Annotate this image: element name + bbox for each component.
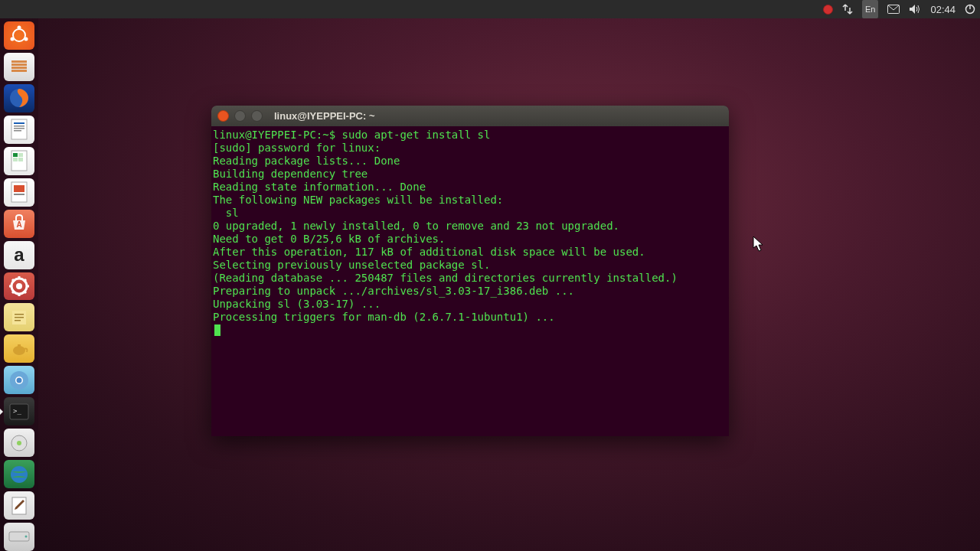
record-indicator[interactable] <box>823 0 833 18</box>
terminal-line: The following NEW packages will be insta… <box>211 194 729 207</box>
svg-point-43 <box>25 536 28 538</box>
terminal-titlebar[interactable]: linux@IYEPPEI-PC: ~ <box>211 106 729 126</box>
launcher-firefox[interactable] <box>4 84 34 112</box>
svg-point-39 <box>17 441 21 445</box>
window-maximize-button[interactable] <box>251 110 263 122</box>
svg-rect-14 <box>14 128 24 129</box>
svg-point-31 <box>13 346 25 355</box>
svg-point-3 <box>18 26 21 30</box>
svg-text:>_: >_ <box>13 407 21 415</box>
svg-rect-32 <box>18 344 21 347</box>
svg-point-2 <box>13 29 25 41</box>
terminal-line: Selecting previously unselected package … <box>211 259 729 272</box>
launcher-drive[interactable] <box>4 523 34 551</box>
svg-rect-7 <box>11 64 27 66</box>
launcher-software-center[interactable]: A <box>4 210 34 238</box>
terminal-line: (Reading database ... 250487 files and d… <box>211 272 729 285</box>
svg-rect-8 <box>11 67 27 69</box>
terminal-body[interactable]: linux@IYEPPEI-PC:~$ sudo apt-get install… <box>211 126 729 337</box>
launcher-web[interactable] <box>4 460 34 488</box>
svg-point-35 <box>17 377 22 383</box>
svg-point-40 <box>11 466 28 483</box>
terminal-line: Preparing to unpack .../archives/sl_3.03… <box>211 285 729 298</box>
svg-rect-22 <box>14 185 24 192</box>
svg-point-5 <box>24 37 28 41</box>
terminal-line: Reading package lists... Done <box>211 155 729 168</box>
svg-text:A: A <box>16 220 21 229</box>
terminal-line: Unpacking sl (3.03-17) ... <box>211 298 729 311</box>
svg-rect-11 <box>11 119 27 139</box>
launcher-calc[interactable] <box>4 147 34 175</box>
mouse-pointer-icon <box>753 236 765 253</box>
amazon-letter: a <box>14 244 24 266</box>
launcher-text-editor[interactable] <box>4 491 34 520</box>
svg-rect-13 <box>14 126 24 127</box>
svg-rect-29 <box>15 317 24 318</box>
launcher-notes[interactable] <box>4 303 34 331</box>
window-close-button[interactable] <box>217 110 229 122</box>
clock[interactable]: 02:44 <box>930 0 956 18</box>
svg-rect-28 <box>15 314 24 315</box>
svg-rect-23 <box>14 194 24 195</box>
terminal-window[interactable]: linux@IYEPPEI-PC: ~ linux@IYEPPEI-PC:~$ … <box>211 106 729 436</box>
svg-rect-30 <box>15 320 21 321</box>
launcher-terminal[interactable]: >_ <box>4 397 34 425</box>
svg-point-4 <box>11 37 15 41</box>
top-panel: En 02:44 <box>0 0 980 18</box>
terminal-line: Need to get 0 B/25,6 kB of archives. <box>211 233 729 246</box>
launcher-files[interactable] <box>4 53 34 81</box>
svg-rect-18 <box>18 153 23 157</box>
terminal-cursor <box>214 324 220 336</box>
terminal-line: Processing triggers for man-db (2.6.7.1-… <box>211 311 729 324</box>
launcher-teapot[interactable] <box>4 334 34 363</box>
svg-rect-20 <box>18 158 23 161</box>
launcher: A a >_ <box>0 18 38 551</box>
terminal-line: 0 upgraded, 1 newly installed, 0 to remo… <box>211 220 729 233</box>
svg-rect-9 <box>11 70 27 72</box>
svg-rect-6 <box>11 60 27 63</box>
launcher-settings[interactable] <box>4 272 34 301</box>
window-minimize-button[interactable] <box>234 110 246 122</box>
language-indicator[interactable]: En <box>862 0 878 18</box>
launcher-impress[interactable] <box>4 178 34 207</box>
launcher-disks[interactable] <box>4 429 34 457</box>
launcher-writer[interactable] <box>4 116 34 144</box>
session-icon[interactable] <box>965 0 975 18</box>
terminal-line: Building dependency tree <box>211 168 729 181</box>
svg-rect-17 <box>13 153 18 157</box>
mail-icon[interactable] <box>887 0 900 18</box>
terminal-line: [sudo] password for linux: <box>211 142 729 155</box>
svg-rect-19 <box>13 158 18 161</box>
terminal-cursor-line <box>211 324 729 337</box>
launcher-amazon[interactable]: a <box>4 241 34 269</box>
volume-icon[interactable] <box>909 0 921 18</box>
terminal-line: Reading state information... Done <box>211 181 729 194</box>
svg-rect-12 <box>14 122 24 124</box>
network-icon[interactable] <box>842 0 853 18</box>
terminal-line: linux@IYEPPEI-PC:~$ sudo apt-get install… <box>211 129 729 142</box>
svg-point-26 <box>16 283 22 289</box>
terminal-title: linux@IYEPPEI-PC: ~ <box>274 110 375 122</box>
terminal-line: sl <box>211 207 729 220</box>
launcher-dash[interactable] <box>4 21 34 50</box>
terminal-line: After this operation, 117 kB of addition… <box>211 246 729 259</box>
svg-rect-15 <box>14 130 21 132</box>
launcher-chromium[interactable] <box>4 366 34 394</box>
